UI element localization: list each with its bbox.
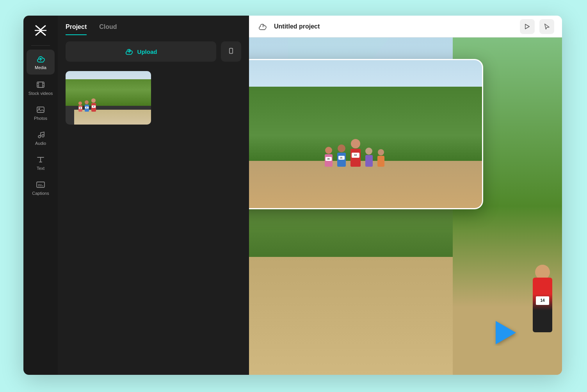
sidebar-item-photos[interactable]: Photos <box>23 100 58 125</box>
sidebar-item-label: Stock videos <box>28 91 53 96</box>
film-icon <box>36 80 45 89</box>
image-icon <box>36 105 45 114</box>
svg-rect-8 <box>37 107 44 112</box>
upload-button-label: Upload <box>137 48 157 55</box>
text-icon <box>36 155 45 164</box>
upload-button[interactable]: Upload <box>66 41 216 62</box>
sidebar-item-label: Captions <box>32 191 49 196</box>
sidebar-item-stock-videos[interactable]: Stock videos <box>23 75 58 100</box>
svg-point-10 <box>38 135 41 138</box>
sidebar: Media Stock videos <box>23 16 58 375</box>
sidebar-divider <box>31 45 50 46</box>
media-tabs: Project Cloud <box>58 16 249 35</box>
sidebar-item-text[interactable]: Text <box>23 150 58 175</box>
media-grid: 34 21 <box>58 68 249 128</box>
background-runner: 14 <box>531 262 554 348</box>
captions-icon <box>36 180 45 189</box>
canvas-area: 14 Ratio <box>249 37 562 375</box>
project-title: Untitled project <box>274 23 515 30</box>
music-icon <box>36 130 45 139</box>
sidebar-item-label: Text <box>37 166 44 171</box>
app-logo[interactable] <box>32 22 49 39</box>
editor-header: Untitled project <box>249 16 562 37</box>
sidebar-item-captions[interactable]: Captions <box>23 175 58 200</box>
sidebar-item-label: Audio <box>35 141 46 146</box>
media-actions: Upload <box>58 35 249 68</box>
svg-marker-16 <box>496 321 516 344</box>
editor-panel: Untitled project <box>249 16 562 375</box>
media-thumbnail[interactable]: 34 21 <box>66 71 151 125</box>
sidebar-item-label: Media <box>35 65 46 70</box>
video-preview-card: 34 21 <box>249 59 483 209</box>
sidebar-item-media[interactable]: Media <box>27 50 55 75</box>
cloud-upload-icon <box>36 54 45 64</box>
device-icon <box>227 48 235 55</box>
cloud-save-icon[interactable] <box>257 20 269 33</box>
cursor-button[interactable] <box>539 19 554 34</box>
play-icon <box>524 23 531 30</box>
cursor-icon <box>543 23 550 30</box>
tab-cloud[interactable]: Cloud <box>99 23 117 35</box>
sidebar-item-audio[interactable]: Audio <box>23 125 58 150</box>
sidebar-item-label: Photos <box>34 116 47 121</box>
svg-point-14 <box>231 53 231 53</box>
upload-icon <box>125 47 133 56</box>
svg-rect-1 <box>37 82 44 87</box>
media-panel: Project Cloud Upload <box>58 16 249 375</box>
tab-project[interactable]: Project <box>66 23 87 35</box>
device-import-button[interactable] <box>221 41 241 62</box>
play-cursor <box>493 319 519 347</box>
svg-rect-13 <box>229 48 233 53</box>
app-container: Media Stock videos <box>23 16 562 375</box>
play-button[interactable] <box>520 19 535 34</box>
